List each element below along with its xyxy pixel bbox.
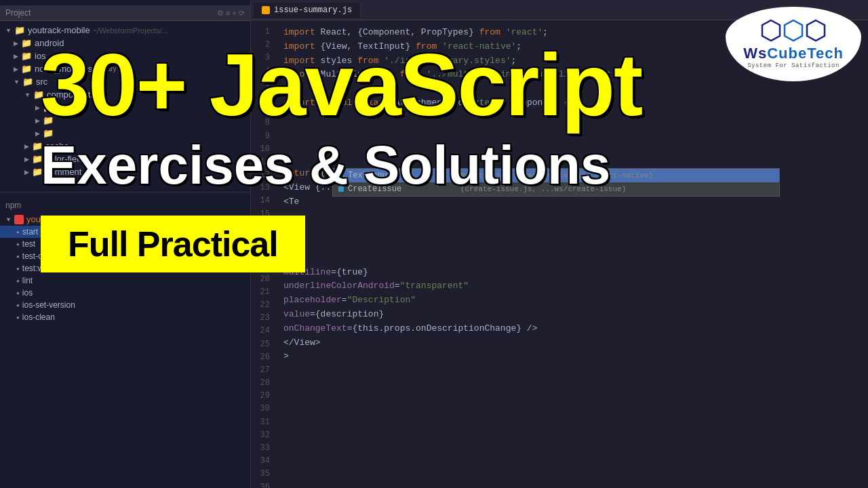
arrow-icon: ▶ — [14, 40, 18, 47]
ide-background: Project ⚙ ≡ + ⟳ ▼ 📁 youtrack-mobile ~/We… — [0, 0, 868, 488]
folder-label: node_modules — [35, 64, 92, 74]
tree-node-modules: ▶ 📁 node_modules library root — [0, 62, 250, 75]
folder-icon: 📁 — [21, 64, 32, 74]
script-label: test — [22, 239, 35, 249]
arrow-icon: ▼ — [5, 216, 12, 223]
script-label: lint — [22, 276, 33, 285]
dot-icon: ● — [16, 253, 20, 260]
code-line: onChangeText={this.props.onDescriptionCh… — [283, 322, 860, 336]
autocomplete-item-textinput[interactable]: TextInput ReactNative (react-native.js, … — [333, 169, 779, 182]
code-line — [283, 125, 860, 139]
code-line: placeholder="Description" — [283, 293, 860, 308]
script-label: test-ci — [22, 251, 44, 261]
folder-icon: 📁 — [32, 141, 43, 151]
hex-icon-2 — [783, 19, 804, 42]
tree-ios: ▶ 📁 ios — [0, 49, 250, 62]
autocomplete-popup: TextInput ReactNative (react-native.js, … — [332, 168, 780, 197]
root-path: ~/WebstormProjects/... — [93, 26, 168, 35]
code-line: export default class AttachmentsRowexten… — [283, 96, 860, 110]
ac-item-detail: (create-issue.js, ...ws/create-issue) — [460, 185, 626, 193]
library-badge: library root — [98, 65, 130, 73]
npm-script-test-watch[interactable]: ● test:watch — [0, 262, 250, 274]
folder-icon: 📁 — [32, 167, 43, 177]
dot-icon: ● — [16, 278, 20, 284]
npm-script-ios[interactable]: ● ios — [0, 287, 250, 299]
code-line — [283, 82, 860, 96]
npm-section: npm ▼ youtrack-mobile/package.json ● sta… — [0, 192, 250, 323]
sidebar-header: Project ⚙ ≡ + ⟳ — [0, 5, 250, 21]
folder-icon: 📁 — [21, 51, 32, 61]
folder-label: comment — [45, 167, 81, 177]
npm-script-start[interactable]: ● start — [0, 226, 250, 238]
npm-script-ios-clean[interactable]: ● ios-clean — [0, 311, 250, 323]
svg-marker-2 — [807, 20, 825, 41]
folder-icon: 📁 — [33, 89, 44, 100]
logo-hexagons — [761, 19, 826, 42]
arrow-icon: ▶ — [35, 130, 40, 137]
code-line: > — [283, 350, 860, 364]
logo-cube: Cube — [767, 45, 807, 62]
arrow-icon: ▶ — [24, 169, 29, 176]
logo-ws: Ws — [743, 45, 767, 62]
ac-item-name: CreateIssue — [348, 184, 456, 194]
tree-folder2: ▶ 📁 — [0, 114, 250, 127]
folder-label: components — [47, 89, 95, 100]
folder-label: ios — [35, 51, 46, 61]
tree-android: ▶ 📁 android — [0, 37, 250, 49]
code-line: multiline={true} — [283, 266, 860, 280]
dot-icon: ● — [16, 290, 20, 296]
arrow-icon: ▼ — [14, 79, 20, 85]
tree-comment: ▶ 📁 comment — [0, 165, 250, 178]
folder-label: src — [36, 77, 47, 87]
npm-script-ios-set[interactable]: ● ios-set-version — [0, 299, 250, 311]
code-line: value={description} — [283, 308, 860, 322]
code-line — [283, 251, 860, 266]
npm-header: npm — [0, 198, 250, 213]
active-tab[interactable]: issue-summary.js — [254, 3, 361, 18]
tree-color-field: ▶ 📁 color-field — [0, 152, 250, 165]
tab-label: issue-summary.js — [274, 5, 352, 15]
code-area: 1234 5678 9101112 13141516 17181920 2122… — [251, 20, 868, 488]
code-line: </View> — [283, 336, 860, 350]
tree-auth: ▶ 📁 auth — [0, 101, 250, 114]
js-file-icon — [262, 6, 270, 14]
logo-text-group: Ws Cube Tech — [743, 45, 844, 62]
arrow-icon: ▼ — [24, 92, 31, 98]
arrow-icon: ▶ — [24, 143, 29, 150]
script-label: test:watch — [22, 264, 59, 273]
tree-src: ▼ 📁 src — [0, 75, 250, 88]
folder-label: android — [35, 38, 64, 48]
line-numbers: 1234 5678 9101112 13141516 17181920 2122… — [251, 20, 275, 488]
code-line — [283, 209, 860, 223]
ac-dot-icon — [338, 173, 344, 178]
root-project: ▼ 📁 youtrack-mobile ~/WebstormProjects/.… — [0, 24, 250, 37]
dot-icon: ● — [16, 266, 20, 272]
code-line: <Te — [283, 195, 860, 209]
logo-tech: Tech — [807, 45, 844, 62]
script-label: start — [22, 227, 38, 237]
logo-tagline: System For Satisfaction — [747, 62, 840, 69]
arrow-icon: ▶ — [24, 156, 29, 163]
dot-icon: ● — [16, 229, 20, 235]
autocomplete-item-createissue[interactable]: CreateIssue (create-issue.js, ...ws/crea… — [333, 182, 779, 196]
tree-folder3: ▶ 📁 — [0, 127, 250, 140]
tree-components: ▼ 📁 components — [0, 88, 250, 101]
arrow-icon: ▶ — [14, 53, 18, 60]
dot-icon: ● — [16, 241, 20, 247]
code-line — [283, 152, 860, 167]
svg-marker-1 — [785, 20, 802, 41]
ac-item-name: TextInput — [348, 171, 456, 180]
npm-script-test[interactable]: ● test — [0, 238, 250, 250]
npm-script-lint[interactable]: ● lint — [0, 274, 250, 287]
npm-script-test-ci[interactable]: ● test-ci — [0, 250, 250, 262]
folder-label: color-field — [45, 154, 83, 164]
folder-icon: 📁 — [14, 25, 25, 35]
folder-icon: 📁 — [43, 128, 54, 138]
arrow-icon: ▶ — [35, 117, 40, 124]
code-line — [283, 110, 860, 125]
script-label: ios-clean — [22, 312, 55, 322]
code-line — [283, 223, 860, 237]
project-file-label: youtrack-mobile/package.json — [26, 214, 143, 224]
script-label: ios-set-version — [22, 300, 75, 310]
ac-dot-icon — [338, 186, 344, 192]
